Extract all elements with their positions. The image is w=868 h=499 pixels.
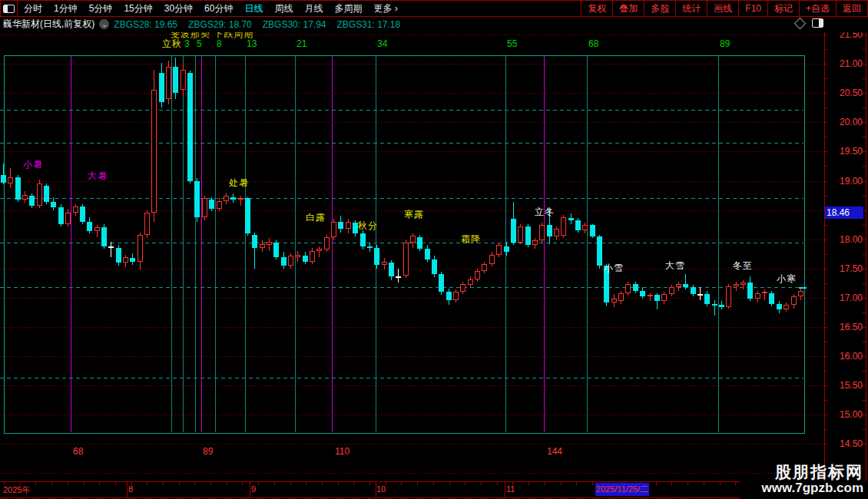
- menu-item-更多 ›[interactable]: 更多 ›: [373, 2, 397, 15]
- candle-up: [734, 284, 739, 286]
- menu-item-30分钟[interactable]: 30分钟: [164, 2, 193, 15]
- menu-item-周线[interactable]: 周线: [274, 2, 293, 15]
- price-tick: [863, 49, 866, 50]
- date-tick: [735, 482, 736, 485]
- price-tick: [863, 122, 866, 123]
- date-tick: [497, 482, 498, 485]
- menu-item-日线[interactable]: 日线: [244, 2, 263, 15]
- price-tick: [863, 181, 866, 182]
- candle-up: [453, 292, 459, 300]
- solar-term-处暑: 处暑: [229, 177, 249, 190]
- candle-down: [417, 237, 422, 249]
- price-axis[interactable]: 21.5021.0020.5020.0019.5019.0018.5018.00…: [824, 32, 868, 481]
- diamond-icon[interactable]: [794, 17, 807, 29]
- tool-button-标记[interactable]: 标记: [767, 1, 799, 16]
- candle-down: [575, 220, 581, 230]
- tool-button-多股[interactable]: 多股: [644, 1, 675, 16]
- candle-up: [288, 256, 293, 266]
- candlestick-chart[interactable]: 立秋3581321345568896889110144小暑大暑处暑白露秋分寒露霜…: [0, 32, 824, 481]
- price-tick: [824, 93, 827, 94]
- axis-border-right: [866, 32, 866, 481]
- candle-down: [273, 243, 279, 257]
- date-tick: [68, 482, 68, 485]
- tool-button-叠加[interactable]: 叠加: [612, 1, 644, 16]
- tool-button-统计[interactable]: 统计: [675, 1, 707, 16]
- date-tick: [561, 482, 562, 485]
- candle-down: [303, 256, 308, 262]
- gridline-21.50: [0, 35, 824, 35]
- candle-up: [295, 255, 300, 257]
- price-label-21.00: 21.00: [827, 58, 863, 69]
- candle-down: [633, 284, 638, 291]
- menu-item-分时[interactable]: 分时: [24, 2, 42, 15]
- price-tick: [824, 225, 827, 226]
- panel-layout-icon: [3, 5, 15, 13]
- price-tick: [863, 225, 866, 226]
- date-tick: [720, 482, 721, 485]
- candle-up: [518, 226, 523, 243]
- candle-up: [94, 227, 100, 231]
- candle-up: [260, 244, 265, 248]
- tool-button-F10[interactable]: F10: [738, 1, 767, 16]
- tool-button-画线[interactable]: 画线: [707, 1, 738, 16]
- candle-up: [475, 271, 480, 279]
- menu-item-月线[interactable]: 月线: [304, 2, 323, 15]
- candle-down: [777, 304, 782, 309]
- solar-term-大暑: 大暑: [88, 170, 108, 183]
- solar-term-秋分: 秋分: [358, 220, 378, 233]
- fib-count-bottom-144: 144: [547, 446, 562, 457]
- date-tick: [35, 482, 36, 485]
- panel-bottom-border: [0, 473, 824, 474]
- menu-item-多周期[interactable]: 多周期: [334, 2, 362, 15]
- candle-doji: [697, 294, 703, 296]
- last-price-badge: 18.46: [825, 207, 863, 219]
- candle-doji: [108, 246, 114, 248]
- candle-down: [1, 175, 6, 183]
- tool-button-返回[interactable]: 返回: [836, 1, 867, 16]
- date-tick: [51, 482, 52, 485]
- candle-up: [324, 237, 330, 250]
- candle-down: [654, 295, 660, 301]
- period-menu: 分时1分钟5分钟15分钟30分钟60分钟日线周线月线多周期更多 ›: [18, 2, 398, 15]
- menu-item-60分钟[interactable]: 60分钟: [204, 2, 233, 15]
- candle-up: [65, 213, 71, 224]
- date-tick: [84, 482, 84, 485]
- tool-button-复权[interactable]: 复权: [581, 1, 612, 16]
- candle-wick: [111, 242, 111, 257]
- price-tick: [824, 327, 827, 328]
- price-tick: [824, 444, 827, 444]
- collapse-chevron-icon[interactable]: ⌄: [99, 19, 109, 29]
- menu-item-1分钟[interactable]: 1分钟: [54, 2, 78, 15]
- candle-down: [704, 294, 710, 304]
- chart-header: 巍华新材(日线,前复权) ⌄ ZBGS28: 19.65ZBGS29: 18.7…: [0, 16, 868, 32]
- candle-down: [691, 287, 696, 294]
- price-tick: [863, 312, 866, 313]
- tool-button-+自选[interactable]: +自选: [799, 1, 836, 16]
- candle-up: [554, 229, 559, 236]
- month-separator: [127, 481, 128, 497]
- axis-line-bottom: [0, 497, 740, 498]
- date-tick: [528, 482, 529, 485]
- sidebar-toggle-button[interactable]: [1, 1, 18, 16]
- selected-date-badge: 2025/11/25/二: [595, 483, 649, 496]
- date-label-10: 10: [376, 484, 386, 494]
- panes-icon[interactable]: [812, 18, 823, 28]
- price-tick: [863, 385, 866, 386]
- price-tick: [824, 137, 827, 137]
- date-tick: [671, 482, 672, 485]
- candle-down: [769, 293, 774, 304]
- date-label-11: 11: [506, 484, 515, 494]
- last-price-dash: [799, 287, 807, 289]
- date-label-9: 9: [251, 484, 256, 494]
- solar-term-冬至: 冬至: [733, 259, 753, 273]
- price-tick: [824, 122, 827, 123]
- candle-down: [252, 235, 257, 248]
- candle-down: [446, 292, 452, 300]
- menu-item-5分钟[interactable]: 5分钟: [89, 2, 113, 15]
- price-tick: [863, 166, 866, 167]
- price-label-15.00: 15.00: [827, 409, 863, 420]
- candle-down: [29, 196, 35, 206]
- date-tick: [353, 482, 354, 485]
- menu-item-15分钟[interactable]: 15分钟: [124, 2, 152, 15]
- price-tick: [824, 342, 827, 342]
